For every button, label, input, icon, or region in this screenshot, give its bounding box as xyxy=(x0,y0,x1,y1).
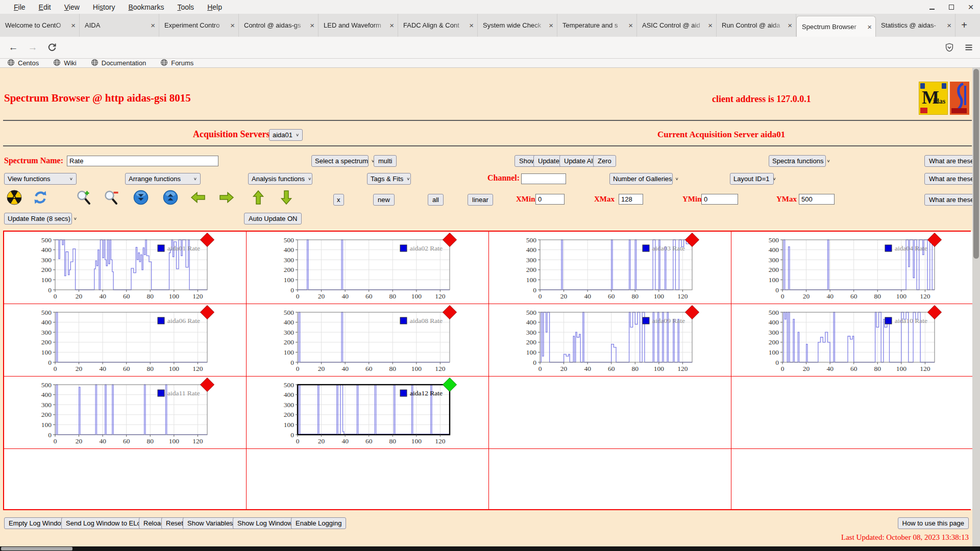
tab-asic-control-aid[interactable]: ASIC Control @ aid× xyxy=(637,14,717,37)
footer-send-log-window-to-elog[interactable]: Send Log Window to ELog xyxy=(61,517,149,529)
what-are-these-button[interactable]: What are these? xyxy=(924,155,980,167)
chart-cell[interactable]: 0204060801001200100200300400500aida01 Ra… xyxy=(4,232,247,304)
tab-close-icon[interactable]: × xyxy=(867,23,872,31)
auto-update-button[interactable]: Auto Update ON xyxy=(244,213,302,224)
tab-control-aidas-gs[interactable]: Control @ aidas-gs× xyxy=(239,14,318,37)
radiation-icon[interactable] xyxy=(7,190,22,205)
tab-run-control-aida[interactable]: Run Control @ aida× xyxy=(717,14,796,37)
scrollbar-thumb[interactable] xyxy=(973,69,979,259)
zoom-out-icon[interactable] xyxy=(105,190,120,205)
footer-enable-logging[interactable]: Enable Logging xyxy=(291,517,346,529)
what-are-these-button[interactable]: What are these? xyxy=(924,173,980,185)
menu-edit[interactable]: Edit xyxy=(32,2,58,13)
menu-bookmarks[interactable]: Bookmarks xyxy=(121,2,170,13)
channel-input[interactable] xyxy=(521,173,566,184)
arrow-right-icon[interactable] xyxy=(219,190,234,205)
footer-show-log-window[interactable]: Show Log Window xyxy=(233,517,297,529)
tab-close-icon[interactable]: × xyxy=(549,21,553,29)
menu-tools[interactable]: Tools xyxy=(170,2,201,13)
tab-close-icon[interactable]: × xyxy=(708,21,713,29)
menu-history[interactable]: History xyxy=(86,2,122,13)
footer-show-variables[interactable]: Show Variables xyxy=(183,517,237,529)
all-button[interactable]: all xyxy=(428,194,444,206)
layout-id-dropdown[interactable]: Layout ID=1∨ xyxy=(730,173,774,185)
chart-cell[interactable]: 0204060801001200100200300400500aida08 Ra… xyxy=(247,304,489,377)
view-functions-dropdown[interactable]: View functions∨ xyxy=(4,173,77,185)
back-button[interactable]: ← xyxy=(7,41,19,54)
select-spectrum-dropdown[interactable]: Select a spectrum∨ xyxy=(311,155,369,167)
forward-button[interactable]: → xyxy=(27,41,39,54)
tab-spectrum-browser[interactable]: Spectrum Browser× xyxy=(796,16,876,37)
tab-close-icon[interactable]: × xyxy=(71,21,76,29)
chart-cell[interactable]: 0204060801001200100200300400500aida12 Ra… xyxy=(247,377,489,449)
chart-aida06[interactable]: 0204060801001200100200300400500aida06 Ra… xyxy=(4,304,246,374)
refresh-icon[interactable] xyxy=(33,190,48,205)
zoom-in-icon[interactable] xyxy=(76,190,91,205)
minimize-button[interactable] xyxy=(928,3,936,11)
hamburger-menu-icon[interactable] xyxy=(963,41,975,54)
chart-aida11[interactable]: 0204060801001200100200300400500aida11 Ra… xyxy=(4,377,246,446)
how-to-use-button[interactable]: How to use this page xyxy=(898,517,969,529)
tab-close-icon[interactable]: × xyxy=(788,21,792,29)
menu-file[interactable]: File xyxy=(7,2,32,13)
arrow-down-icon[interactable] xyxy=(279,190,294,205)
midas-logo[interactable]: M idas xyxy=(919,82,948,115)
arrow-up-icon[interactable] xyxy=(251,190,266,205)
linear-button[interactable]: linear xyxy=(468,194,493,206)
chart-cell[interactable]: 0204060801001200100200300400500aida10 Ra… xyxy=(731,304,973,377)
bookmark-forums[interactable]: Forums xyxy=(160,59,193,68)
tab-temperature-and-s[interactable]: Temperature and s× xyxy=(557,14,637,37)
spectrum-name-input[interactable] xyxy=(67,156,218,166)
chart-cell[interactable]: 0204060801001200100200300400500aida09 Ra… xyxy=(489,304,731,377)
tab-close-icon[interactable]: × xyxy=(310,21,314,29)
chart-cell[interactable]: 0204060801001200100200300400500aida06 Ra… xyxy=(4,304,247,377)
tags-fits-dropdown[interactable]: Tags & Fits∨ xyxy=(367,173,411,185)
chart-aida01[interactable]: 0204060801001200100200300400500aida01 Ra… xyxy=(4,232,246,302)
chart-aida09[interactable]: 0204060801001200100200300400500aida09 Ra… xyxy=(489,304,731,374)
bookmark-wiki[interactable]: Wiki xyxy=(53,59,77,68)
ymax-input[interactable] xyxy=(799,194,835,205)
update-rate-dropdown[interactable]: Update Rate (8 secs)∨ xyxy=(4,213,72,224)
acquisition-server-select[interactable]: aida01∨ xyxy=(269,129,303,141)
new-button[interactable]: new xyxy=(373,194,395,206)
tab-close-icon[interactable]: × xyxy=(151,21,155,29)
chart-aida04[interactable]: 0204060801001200100200300400500aida04 Ra… xyxy=(731,232,973,302)
zero-button[interactable]: Zero xyxy=(593,155,616,167)
tab-welcome-to-cento[interactable]: Welcome to CentO× xyxy=(0,14,80,37)
chart-aida08[interactable]: 0204060801001200100200300400500aida08 Ra… xyxy=(247,304,488,374)
menu-view[interactable]: View xyxy=(58,2,86,13)
shield-menu-icon[interactable] xyxy=(943,41,955,54)
spectra-functions-dropdown[interactable]: Spectra functions∨ xyxy=(769,155,826,167)
chart-aida10[interactable]: 0204060801001200100200300400500aida10 Ra… xyxy=(731,304,973,374)
xmax-input[interactable] xyxy=(619,194,643,205)
analysis-functions-dropdown[interactable]: Analysis functions∨ xyxy=(248,173,312,185)
tab-aida[interactable]: AIDA× xyxy=(80,14,159,37)
ymin-input[interactable] xyxy=(701,194,738,205)
maximize-button[interactable] xyxy=(947,3,955,11)
chart-cell[interactable]: 0204060801001200100200300400500aida04 Ra… xyxy=(731,232,973,304)
chart-aida12[interactable]: 0204060801001200100200300400500aida12 Ra… xyxy=(247,377,488,446)
bookmark-centos[interactable]: Centos xyxy=(7,59,39,68)
collapse-icon[interactable] xyxy=(133,190,149,205)
page-scrollbar[interactable] xyxy=(972,68,980,546)
tab-experiment-contro[interactable]: Experiment Contro× xyxy=(159,14,239,37)
multi-button[interactable]: multi xyxy=(374,155,397,167)
footer-empty-log-window[interactable]: Empty Log Window xyxy=(4,517,70,529)
what-are-these-button[interactable]: What are these? xyxy=(924,194,980,206)
chart-cell[interactable]: 0204060801001200100200300400500aida02 Ra… xyxy=(247,232,489,304)
tab-close-icon[interactable]: × xyxy=(389,21,394,29)
xmin-input[interactable] xyxy=(535,194,565,205)
chart-aida03[interactable]: 0204060801001200100200300400500aida03 Ra… xyxy=(489,232,731,302)
tab-led-and-waveform[interactable]: LED and Waveform× xyxy=(318,14,398,37)
arrow-left-icon[interactable] xyxy=(190,190,206,205)
menu-help[interactable]: Help xyxy=(201,2,229,13)
chart-aida02[interactable]: 0204060801001200100200300400500aida02 Ra… xyxy=(247,232,488,302)
tab-fadc-align-cont[interactable]: FADC Align & Cont× xyxy=(398,14,478,37)
experiment-logo[interactable] xyxy=(950,82,969,115)
chart-cell[interactable]: 0204060801001200100200300400500aida11 Ra… xyxy=(4,377,247,449)
tab-system-wide-check[interactable]: System wide Check× xyxy=(478,14,557,37)
arrange-functions-dropdown[interactable]: Arrange functions∨ xyxy=(125,173,201,185)
tab-close-icon[interactable]: × xyxy=(628,21,633,29)
expand-icon[interactable] xyxy=(163,190,178,205)
number-of-galleries-dropdown[interactable]: Number of Galleries∨ xyxy=(609,173,673,185)
